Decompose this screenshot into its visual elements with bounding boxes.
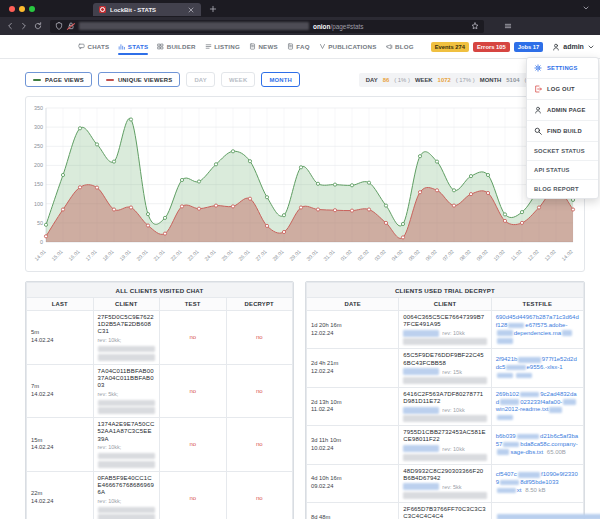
insecure-lock-icon[interactable] [67,22,75,30]
forward-button[interactable] [20,22,28,30]
nav-items: CHATSSTATSBUILDERLISTINGNEWSFAQPUBLICATI… [78,35,414,58]
unique-viewers-toggle[interactable]: UNIQUE VIEWERS [98,72,181,87]
nav-item-stats[interactable]: STATS [118,35,148,58]
nav-item-publications[interactable]: PUBLICATIONS [319,35,377,58]
menu-item-settings[interactable]: SETTINGS [527,58,598,79]
svg-text:50: 50 [37,220,43,226]
testfile-cell: 37.59kB [491,502,583,519]
user-menu-toggle[interactable]: admin [552,43,595,51]
menu-item-admin-page[interactable]: ADMIN PAGE [527,100,598,121]
nav-item-listing[interactable]: LISTING [205,35,240,58]
window-zoom-button[interactable] [29,6,35,12]
nav-item-chats[interactable]: CHATS [78,35,109,58]
client-cell: 7A04C011BBFAB0037A04C011BBFAB003rev: 5kk… [93,364,160,418]
nav-badges: Events 274Errors 105Jobs 17 [431,42,544,52]
svg-text:02.02: 02.02 [356,248,370,262]
save-page-icon[interactable] [490,22,498,30]
testfile-link[interactable]: 269b1029c2ad4832dad023233f4afa00-win2012… [496,391,577,413]
decrypt-status: no [226,364,293,418]
client-cell: 48D9932C8C290303366F20B6B4D67942rev: 5kk [399,464,491,502]
testfile-link[interactable] [496,514,600,519]
redacted-text [497,373,513,379]
nav-item-blog[interactable]: BLOG [386,35,414,58]
new-tab-button[interactable] [209,5,217,13]
badge-errors[interactable]: Errors 105 [473,42,510,52]
list-tabs-icon[interactable] [582,4,590,12]
nav-item-news[interactable]: NEWS [249,35,278,58]
browser-toolbar: onion/page#stats [0,17,600,35]
column-header-client: CLIENT [399,298,491,311]
browser-window: LockBit - STATS onion/page#stats CHATSST… [0,0,600,519]
testfile-cell: 690d45d44967b287a71c3d64df128e67f575.ado… [491,311,583,349]
column-header-decrypt: DECRYPT [226,298,293,311]
badge-events[interactable]: Events 274 [431,42,469,52]
svg-text:31.01: 31.01 [322,248,336,262]
menu-item-log-out[interactable]: LOG OUT [527,79,598,100]
client-revision: rev: 10kk; [98,498,156,513]
testfile-link[interactable]: 690d45d44967b287a71c3d64df128e67f575.ado… [496,314,579,336]
svg-text:16.01: 16.01 [67,248,81,262]
svg-text:25.01: 25.01 [220,248,234,262]
browser-tab[interactable]: LockBit - STATS [93,3,201,16]
svg-text:15.01: 15.01 [50,248,64,262]
address-bar[interactable]: onion/page#stats [50,20,484,33]
svg-text:17.01: 17.01 [84,248,98,262]
date-cell: 2d 13h 10m11.02.24 [307,387,399,425]
tab-close-icon[interactable] [187,6,195,14]
back-button[interactable] [6,22,14,30]
period-day-button[interactable]: DAY [186,72,215,87]
window-minimize-button[interactable] [19,6,25,12]
bookmark-star-icon[interactable] [471,22,479,30]
client-cell: 7955D1CBB2732453AC581ECE98011F22rev: 10k… [399,426,491,464]
redacted-text [403,454,486,461]
url-text: onion/page#stats [313,23,363,30]
nav-item-faq[interactable]: FAQ [287,35,310,58]
svg-text:18.01: 18.01 [101,248,115,262]
redacted-text [508,323,524,329]
redacted-size [497,415,513,421]
redacted-text [506,365,525,371]
redacted-size [497,338,513,344]
browser-menu-icon[interactable] [504,22,512,30]
redacted-text [98,354,156,361]
test-status: no [160,311,227,365]
menu-item-socket-status[interactable]: SOCKET STATUS [527,142,598,161]
redacted-text [403,483,439,490]
window-controls [9,6,35,12]
column-header-date: DATE [307,298,399,311]
client-id: 7955D1CBB2732453AC581ECE98011F22 [403,429,486,443]
summary-value-month: 5104 [506,77,519,83]
date-cell: 2d 4h 21m12.02.24 [307,349,399,387]
redacted-text [98,507,156,513]
tracking-shield-icon[interactable] [55,22,63,30]
redacted-url [79,22,309,30]
client-id: 0064C365C5CE76647399B77FCE491A95 [403,314,486,328]
badge-jobs[interactable]: Jobs 17 [514,42,544,52]
menu-item-blog-report[interactable]: BLOG REPORT [527,180,598,198]
client-revision: rev: 5kk [403,483,486,490]
window-close-button[interactable] [9,6,15,12]
testfile-link[interactable]: 2f9421b977f1e52d2ddc5e9556.-xlsx-1 [496,356,577,378]
test-status: no [160,364,227,418]
client-id: 2F665D7B3766FF70C3C3C3C3C4C4C4C4 [403,506,486,519]
client-cell: 27F5D0C5C9E76221D2B5A7E2DB608C31rev: 10k… [93,311,160,365]
client-cell: 0FAB5F9E40CC1CE4666767686869696Arev: 10k… [93,471,160,519]
period-week-button[interactable]: WEEK [221,72,255,87]
table-row: 8d 48m06.02.242F665D7B3766FF70C3C3C3C3C4… [307,502,584,519]
client-cell: 65C5F9DE76DDF9BF22C456BC43FCBB58rev: 15k [399,349,491,387]
svg-text:13.02: 13.02 [543,248,557,262]
summary-pct-week: ( 17% ) [456,77,475,83]
menu-item-find-build[interactable]: FIND BUILD [527,121,598,142]
svg-text:0: 0 [40,239,43,245]
menu-item-api-status[interactable]: API STATUS [527,161,598,180]
page-views-toggle[interactable]: PAGE VIEWS [25,72,92,87]
table-row: 3d 11h 10m10.02.247955D1CBB2732453AC581E… [307,426,584,464]
period-month-button[interactable]: MONTH [261,72,300,87]
reload-button[interactable] [34,22,42,30]
redacted-text [403,407,439,414]
redacted-text [497,449,510,455]
logout-icon [534,85,542,93]
svg-text:06.02: 06.02 [424,248,438,262]
svg-text:09.02: 09.02 [475,248,489,262]
nav-item-builder[interactable]: BUILDER [157,35,195,58]
